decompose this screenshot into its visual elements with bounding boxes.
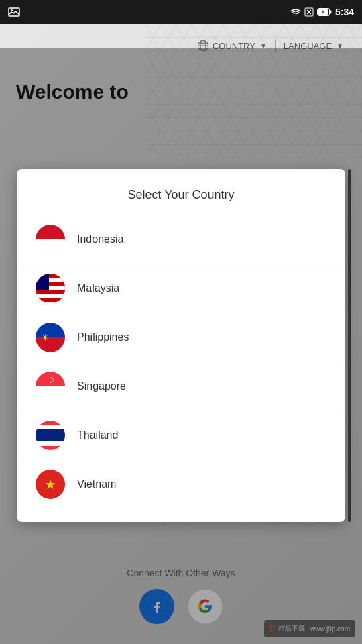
signal-icon (304, 7, 314, 17)
svg-rect-6 (330, 11, 332, 14)
country-list: Indonesia Malaysia (17, 215, 345, 508)
modal-wrapper: Select Your Country Indonesia (17, 169, 345, 522)
status-bar: 5:34 (0, 0, 362, 24)
country-selection-modal: Select Your Country Indonesia (17, 169, 345, 522)
flag-singapore: ☽ (36, 372, 65, 401)
flag-indonesia (36, 225, 65, 254)
phil-sun: ☀ (41, 332, 50, 343)
modal-overlay[interactable]: Select Your Country Indonesia (0, 48, 362, 644)
flag-thailand (36, 421, 65, 450)
country-item-malaysia[interactable]: Malaysia (17, 264, 345, 313)
svg-point-1 (11, 9, 13, 11)
battery-icon (317, 8, 332, 16)
singapore-crescent: ☽ (47, 376, 54, 384)
scroll-indicator (348, 169, 351, 522)
phil-flag-design: ☀ (36, 323, 65, 352)
modal-title: Select Your Country (17, 188, 345, 202)
image-icon (8, 7, 20, 17)
flag-malaysia (36, 274, 65, 303)
wifi-icon (290, 8, 301, 16)
vietnam-star: ★ (44, 478, 56, 491)
status-bar-left (8, 7, 20, 17)
flag-philippines: ☀ (36, 323, 65, 352)
thailand-flag-design (36, 421, 65, 450)
country-item-indonesia[interactable]: Indonesia (17, 215, 345, 264)
country-name-vietnam: Vietnam (77, 478, 116, 490)
malaysia-canton (36, 274, 49, 290)
country-name-indonesia: Indonesia (77, 233, 123, 246)
country-item-vietnam[interactable]: ★ Vietnam (17, 460, 345, 508)
country-item-philippines[interactable]: ☀ Philippines (17, 313, 345, 362)
country-item-thailand[interactable]: Thailand (17, 411, 345, 460)
malaysia-stripes (36, 274, 65, 303)
country-name-malaysia: Malaysia (77, 282, 119, 294)
status-bar-right: 5:34 (290, 7, 354, 17)
country-name-thailand: Thailand (77, 429, 118, 441)
status-time: 5:34 (335, 7, 354, 17)
flag-vietnam: ★ (36, 470, 65, 499)
country-item-singapore[interactable]: ☽ Singapore (17, 362, 345, 411)
country-name-philippines: Philippines (77, 331, 129, 343)
app-background: COUNTRY ▼ LANGUAGE ▼ Welcome to Connect … (0, 24, 362, 644)
country-name-singapore: Singapore (77, 380, 126, 392)
